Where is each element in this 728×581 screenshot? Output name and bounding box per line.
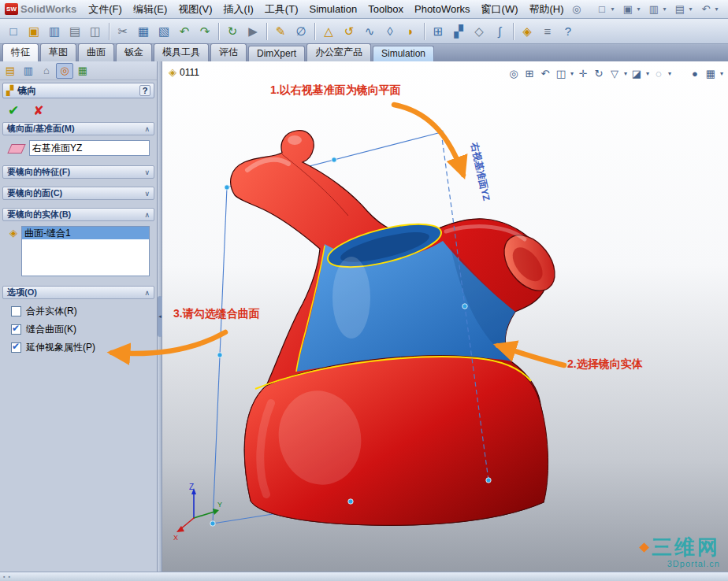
dimxpertmanager-tab-icon[interactable]: ◎	[56, 63, 73, 79]
options-section-header[interactable]: 选项(O) ∧	[2, 286, 154, 299]
solidworks-search-icon[interactable]: ◎	[570, 2, 584, 17]
plane-name-label[interactable]: 右视基准面YZ	[469, 141, 492, 202]
mirror-icon[interactable]: ▞	[449, 22, 468, 41]
reference-geometry-icon[interactable]: ◇	[470, 22, 488, 41]
print-icon[interactable]: ▤	[65, 22, 84, 41]
menu-window[interactable]: 窗口(W)	[476, 0, 524, 19]
option-knit-surfaces[interactable]: 缝合曲面(K)	[4, 320, 153, 339]
linear-pattern-icon[interactable]: ⊞	[429, 22, 448, 41]
extruded-boss-icon[interactable]: △	[319, 22, 338, 41]
collapse-chevron-icon[interactable]: ∧	[144, 289, 150, 297]
swept-boss-icon[interactable]: ∿	[360, 22, 379, 41]
display-style-icon[interactable]: ◪	[629, 65, 644, 81]
menu-edit[interactable]: 编辑(E)	[128, 0, 173, 19]
cut-icon[interactable]: ✂	[113, 22, 132, 41]
rotate-view-icon[interactable]: ↻	[591, 65, 607, 81]
menu-insert[interactable]: 插入(I)	[218, 0, 259, 19]
revolved-boss-icon[interactable]: ↺	[340, 22, 358, 41]
mirror-plane-section-header[interactable]: 镜向面/基准面(M) ∧	[2, 122, 154, 135]
features-section-header[interactable]: 要镜向的特征(F) ∨	[2, 165, 154, 179]
menu-photoworks[interactable]: PhotoWorks	[409, 1, 476, 17]
new-icon[interactable]: □	[4, 22, 23, 41]
faces-section-header[interactable]: 要镜向的面(C) ∨	[2, 187, 154, 200]
propertymanager-tab-icon[interactable]: ▥	[20, 63, 37, 79]
apply-scene-icon[interactable]: ▦	[703, 65, 719, 81]
section-view-caret-icon[interactable]: ▾	[569, 70, 575, 77]
help-icon[interactable]: ?	[559, 22, 578, 41]
tab-simulation[interactable]: Simulation	[373, 46, 434, 61]
option-merge-bodies[interactable]: 合并实体(R)	[4, 302, 153, 320]
zoom-area-icon[interactable]: ⊞	[522, 65, 537, 81]
collapse-chevron-icon[interactable]: ∧	[144, 125, 150, 133]
merge-bodies-checkbox[interactable]	[11, 306, 21, 316]
bodies-section-header[interactable]: 要镜向的实体(B) ∧	[2, 208, 154, 221]
curves-icon[interactable]: ∫	[490, 22, 509, 41]
expand-chevron-icon[interactable]: ∨	[144, 168, 150, 176]
knit-surfaces-checkbox[interactable]	[11, 324, 21, 335]
sketch-icon[interactable]: ✎	[271, 22, 290, 41]
fillet-icon[interactable]: ◗	[401, 22, 420, 41]
previous-view-icon[interactable]: ↶	[537, 65, 553, 81]
open-document-icon[interactable]: ▣	[621, 2, 635, 17]
apply-scene-caret-icon[interactable]: ▾	[719, 70, 725, 77]
collapse-chevron-icon[interactable]: ∧	[144, 211, 150, 219]
pan-icon[interactable]: ✛	[575, 65, 591, 81]
menu-tools[interactable]: 工具(T)	[259, 0, 304, 19]
view-orientation-icon[interactable]: ▽	[607, 65, 622, 81]
menu-view[interactable]: 视图(V)	[173, 0, 217, 19]
expand-chevron-icon[interactable]: ∨	[144, 190, 150, 198]
paste-icon[interactable]: ▧	[154, 22, 173, 41]
hide-show-items-caret-icon[interactable]: ▾	[667, 70, 673, 77]
mirror-plane-input[interactable]	[29, 140, 150, 156]
undo-icon[interactable]: ↶	[175, 22, 194, 41]
menu-simulation[interactable]: Simulation	[303, 1, 362, 17]
tab-mold-tools[interactable]: 模具工具	[154, 43, 209, 61]
section-view-icon[interactable]: ◫	[553, 65, 569, 81]
lofted-boss-icon[interactable]: ◊	[381, 22, 399, 41]
cancel-button[interactable]: ✘	[33, 103, 43, 118]
menu-help[interactable]: 帮助(H)	[524, 0, 570, 19]
edit-appearance-icon[interactable]: ●	[687, 65, 703, 81]
tab-office-products[interactable]: 办公室产品	[306, 43, 371, 61]
select-icon[interactable]: ▶	[243, 22, 262, 41]
tab-features[interactable]: 特征	[2, 43, 39, 61]
print-dropdown-caret-icon[interactable]: ▾	[687, 6, 694, 13]
smart-dimension-icon[interactable]: ∅	[292, 22, 310, 41]
ok-button[interactable]: ✔	[8, 102, 19, 119]
save-icon[interactable]: ▥	[45, 22, 64, 41]
open-icon[interactable]: ▣	[24, 22, 43, 41]
configurationmanager-tab-icon[interactable]: ⌂	[38, 63, 55, 79]
tab-surfaces[interactable]: 曲面	[78, 43, 114, 61]
help-button[interactable]: ?	[139, 85, 150, 96]
rebuild-icon[interactable]: ↻	[223, 22, 242, 41]
save-dropdown-caret-icon[interactable]: ▾	[661, 6, 668, 13]
instant3d-icon[interactable]: ◈	[518, 22, 537, 41]
hide-show-items-icon[interactable]: ◌	[651, 65, 667, 81]
bodies-selection-list[interactable]: 曲面-缝合1	[21, 226, 150, 276]
featuremanager-tree-tab-icon[interactable]: ▤	[2, 63, 19, 79]
copy-icon[interactable]: ▦	[134, 22, 153, 41]
list-item-surface-knit[interactable]: 曲面-缝合1	[22, 227, 149, 239]
options-icon[interactable]: ≡	[538, 22, 557, 41]
graphics-viewport[interactable]: ◈ 0111 ◎ ⊞ ↶ ◫ ▾ ✛ ↻ ▽ ▾ ◪ ▾ ◌ ▾ ● ▦ ▾	[162, 61, 728, 572]
undo-icon[interactable]: ↶	[699, 2, 713, 17]
new-dropdown-caret-icon[interactable]: ▾	[609, 6, 616, 13]
redo-icon[interactable]: ↷	[195, 22, 214, 41]
save-icon[interactable]: ▥	[647, 2, 661, 17]
view-orientation-caret-icon[interactable]: ▾	[622, 70, 629, 77]
display-style-caret-icon[interactable]: ▾	[644, 70, 651, 77]
tab-sketch[interactable]: 草图	[40, 43, 76, 61]
new-document-icon[interactable]: □	[595, 2, 609, 17]
displaymanager-tab-icon[interactable]: ▦	[74, 63, 91, 79]
zoom-fit-icon[interactable]: ◎	[506, 65, 522, 81]
print-preview-icon[interactable]: ◫	[86, 22, 105, 41]
propagate-visual-properties-checkbox[interactable]	[11, 342, 21, 353]
tab-evaluate[interactable]: 评估	[210, 43, 247, 61]
tab-sheet-metal[interactable]: 钣金	[116, 43, 152, 61]
menu-toolbox[interactable]: Toolbox	[362, 1, 409, 17]
open-dropdown-caret-icon[interactable]: ▾	[635, 6, 642, 13]
option-propagate-visual-properties[interactable]: 延伸视象属性(P)	[4, 339, 153, 357]
undo-dropdown-caret-icon[interactable]: ▾	[713, 6, 720, 13]
print-icon[interactable]: ▤	[673, 2, 687, 17]
tab-dimxpert[interactable]: DimXpert	[248, 46, 305, 61]
